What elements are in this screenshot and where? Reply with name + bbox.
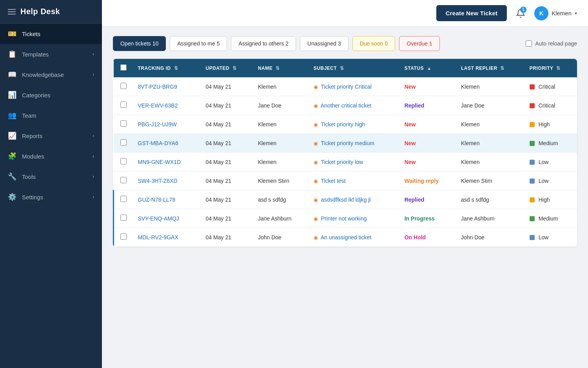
user-menu[interactable]: K Klemen ▾ xyxy=(534,6,577,20)
tracking-id-link[interactable]: MN9-GNE-WX1D xyxy=(138,159,181,165)
auto-reload-checkbox[interactable] xyxy=(526,40,532,47)
tracking-id-cell: PBG-J12-UJ9W xyxy=(133,115,201,134)
priority-label: Medium xyxy=(539,140,558,146)
sidebar-item-knowledgebase[interactable]: 📖 Knowledgebase › xyxy=(0,64,102,85)
knowledgebase-icon: 📖 xyxy=(8,70,16,79)
row-select[interactable] xyxy=(114,134,133,153)
subject-link[interactable]: Ticket test xyxy=(321,178,346,184)
filter-tab-due-soon[interactable]: Due soon 0 xyxy=(352,36,396,51)
row-select[interactable] xyxy=(114,228,133,247)
row-checkbox[interactable] xyxy=(120,83,127,89)
sidebar-item-categories[interactable]: 📊 Categories xyxy=(0,85,102,105)
priority-cell: High xyxy=(525,115,577,134)
filter-tab-assigned-others[interactable]: Assigned to others 2 xyxy=(231,36,296,51)
row-select[interactable] xyxy=(114,209,133,228)
name-cell: Klemen xyxy=(253,153,309,171)
modules-icon: 🧩 xyxy=(8,152,16,160)
tracking-id-link[interactable]: MDL-RV2-9GAX xyxy=(138,234,178,240)
priority-cell: High xyxy=(525,190,577,209)
filter-tab-assigned-me[interactable]: Assigned to me 5 xyxy=(170,36,227,51)
row-checkbox[interactable] xyxy=(120,196,127,202)
updated-cell: 04 May 21 xyxy=(201,134,253,153)
subject-header[interactable]: SUBJECT ⇅ xyxy=(309,59,400,77)
subject-link[interactable]: Another critical ticket xyxy=(321,102,371,109)
status-cell: Waiting reply xyxy=(400,171,456,190)
last-replier-cell: Klemen xyxy=(456,153,525,171)
row-checkbox[interactable] xyxy=(120,102,127,108)
row-select[interactable] xyxy=(114,77,133,96)
updated-header[interactable]: UPDATED ⇅ xyxy=(201,59,253,77)
hamburger-icon[interactable] xyxy=(8,9,16,15)
tracking-id-link[interactable]: SW4-3HT-Z6XD xyxy=(138,178,178,184)
sidebar-item-templates[interactable]: 📋 Templates › xyxy=(0,44,102,64)
row-select[interactable] xyxy=(114,190,133,209)
tracking-id-link[interactable]: GUZ-N78-LL78 xyxy=(138,197,176,203)
tracking-id-link[interactable]: GST-MBA-DYA6 xyxy=(138,140,178,146)
auto-reload-control[interactable]: Auto reload page xyxy=(526,40,577,47)
tracking-id-link[interactable]: VER-EWV-63B2 xyxy=(138,102,178,109)
subject-link[interactable]: Printer not working xyxy=(321,215,367,222)
tracking-id-link[interactable]: SVY-ENQ-AMQJ xyxy=(138,215,179,222)
row-select[interactable] xyxy=(114,96,133,115)
name-cell: Klemen xyxy=(253,134,309,153)
notification-badge: 1 xyxy=(520,7,526,13)
name-cell: Klemen xyxy=(253,115,309,134)
sidebar-item-tools[interactable]: 🔧 Tools › xyxy=(0,166,102,187)
priority-label: Low xyxy=(539,234,549,240)
row-checkbox[interactable] xyxy=(120,139,127,146)
last-replier-cell: Jane Ashburn xyxy=(456,209,525,228)
subject-link[interactable]: Ticket priority high xyxy=(321,121,365,128)
last-replier-header[interactable]: LAST REPLIER ⇅ xyxy=(456,59,525,77)
sidebar-label-settings: Settings xyxy=(22,194,43,200)
filter-tab-open[interactable]: Open tickets 10 xyxy=(113,36,166,51)
row-checkbox[interactable] xyxy=(120,177,127,183)
priority-label: High xyxy=(539,197,550,203)
filter-tab-overdue[interactable]: Overdue 1 xyxy=(399,36,439,51)
categories-icon: 📊 xyxy=(8,91,16,99)
sidebar: Help Desk 🎫 Tickets 📋 Templates › 📖 Know… xyxy=(0,0,102,368)
avatar: K xyxy=(534,6,548,20)
tracking-id-link[interactable]: 8VT-PZU-BRG9 xyxy=(138,84,177,90)
priority-cell: Low xyxy=(525,228,577,247)
select-all-header[interactable] xyxy=(114,59,133,77)
row-checkbox[interactable] xyxy=(120,158,127,164)
name-header[interactable]: NAME ⇅ xyxy=(253,59,309,77)
last-replier-cell: Jane Doe xyxy=(456,96,525,115)
create-new-ticket-button[interactable]: Create New Ticket xyxy=(436,5,507,21)
status-cell: Replied xyxy=(400,96,456,115)
subject-link[interactable]: An unassigned ticket xyxy=(321,234,371,240)
row-select[interactable] xyxy=(114,171,133,190)
row-select[interactable] xyxy=(114,153,133,171)
priority-header[interactable]: PRIORITY ⇅ xyxy=(525,59,577,77)
subject-link[interactable]: Ticket priority low xyxy=(321,159,363,165)
row-checkbox[interactable] xyxy=(120,120,127,127)
row-select[interactable] xyxy=(114,115,133,134)
sidebar-item-tickets[interactable]: 🎫 Tickets xyxy=(0,24,102,44)
row-checkbox[interactable] xyxy=(120,233,127,240)
status-badge: New xyxy=(405,140,416,146)
updated-cell: 04 May 21 xyxy=(201,190,253,209)
updated-cell: 04 May 21 xyxy=(201,209,253,228)
sidebar-item-settings[interactable]: ⚙️ Settings › xyxy=(0,187,102,207)
auto-reload-label: Auto reload page xyxy=(535,40,577,47)
filter-tab-unassigned[interactable]: Unassigned 3 xyxy=(300,36,348,51)
status-header[interactable]: STATUS ▲ xyxy=(400,59,456,77)
row-checkbox[interactable] xyxy=(120,215,127,221)
status-badge: New xyxy=(405,159,416,165)
tracking-id-link[interactable]: PBG-J12-UJ9W xyxy=(138,121,177,128)
tracking-id-header[interactable]: TRACKING ID ⇅ xyxy=(133,59,201,77)
priority-dot xyxy=(530,84,535,89)
subject-link[interactable]: Ticket priority Critical xyxy=(321,84,372,90)
priority-cell: Medium xyxy=(525,209,577,228)
sidebar-item-reports[interactable]: 📈 Reports › xyxy=(0,126,102,146)
sidebar-item-modules[interactable]: 🧩 Modules › xyxy=(0,146,102,166)
subject-link[interactable]: Ticket priority medium xyxy=(321,140,374,146)
subject-link[interactable]: asdsdflksd lkf ldjkg jl xyxy=(321,197,371,203)
status-badge: Replied xyxy=(405,197,425,203)
notification-icon[interactable]: 1 xyxy=(513,6,528,21)
sidebar-item-team[interactable]: 👥 Team xyxy=(0,105,102,126)
table-body: 8VT-PZU-BRG9 04 May 21 Klemen ◉ Ticket p… xyxy=(114,77,577,247)
table-row: MN9-GNE-WX1D 04 May 21 Klemen ◉ Ticket p… xyxy=(114,153,577,171)
table-row: SVY-ENQ-AMQJ 04 May 21 Jane Ashburn ◉ Pr… xyxy=(114,209,577,228)
select-all-checkbox[interactable] xyxy=(120,64,127,71)
